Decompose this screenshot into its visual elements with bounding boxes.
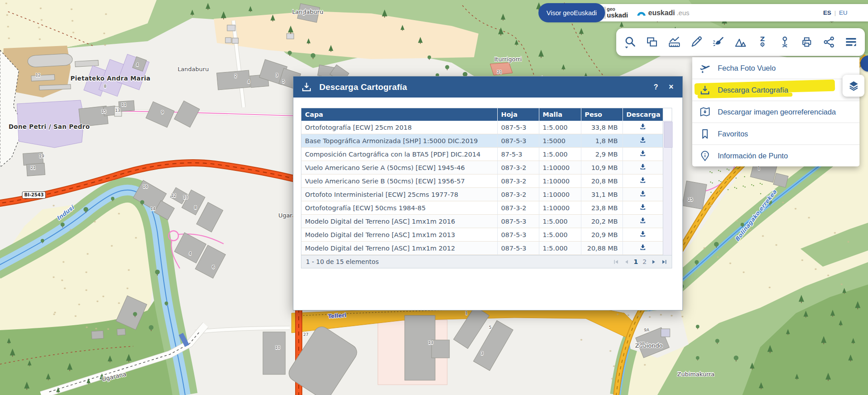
table-row[interactable]: Modelo Digital del Terreno [ASC] 1mx1m 2… — [301, 215, 663, 228]
cell-malla: 1:5.000 — [539, 215, 581, 228]
cell-malla: 1:10000 — [539, 188, 581, 201]
download-solid-icon — [639, 150, 647, 157]
cell-capa: Base Topográfica Armonizada [SHP] 1:5000… — [301, 134, 497, 148]
page-number-2[interactable]: 2 — [643, 258, 647, 265]
table-row[interactable]: Vuelo Americano Serie A (50cms) [ECW] 19… — [301, 161, 663, 174]
download-solid-icon — [639, 217, 647, 225]
layers-table: Capa Hoja Malla Peso Descarga Ortofotogr… — [301, 108, 663, 255]
download-row-button[interactable] — [639, 190, 647, 198]
table-row[interactable]: Ortofotografía [ECW] 25cm 2018 087-5-3 1… — [301, 121, 663, 134]
first-page-button[interactable] — [613, 259, 619, 265]
menu-item-informaci-n-de-punto[interactable]: Información de Punto — [692, 145, 860, 166]
select-area-tool-button[interactable] — [643, 32, 661, 52]
cell-capa: Vuelo Americano Serie B (50cms) [ECW] 19… — [301, 174, 497, 188]
search-tool-button[interactable] — [621, 32, 639, 52]
cell-peso: 1,8 MB — [581, 134, 622, 148]
column-hoja[interactable]: Hoja — [497, 108, 539, 121]
download-row-button[interactable] — [639, 244, 647, 251]
menu-item-fecha-foto-vuelo[interactable]: Fecha Foto Vuelo — [692, 57, 860, 79]
print-tool-button[interactable] — [797, 32, 816, 52]
table-scrollbar[interactable] — [663, 108, 672, 255]
map-done-petri-grounds — [17, 100, 84, 148]
zoom-scale-tool-button[interactable] — [753, 32, 772, 52]
favorites-icon — [699, 128, 711, 140]
layers-button[interactable] — [843, 75, 864, 97]
measure-tool-button[interactable] — [665, 32, 684, 52]
table-row[interactable]: Ortofotografía [ECW] 50cms 1984-85 087-3… — [301, 201, 663, 215]
table-row[interactable]: Modelo Digital del Terreno [ASC] 1mx1m 2… — [301, 242, 663, 255]
download-solid-icon — [639, 190, 647, 198]
print-icon — [800, 35, 813, 49]
dialog-title: Descarga Cartografía — [319, 82, 407, 92]
dialog-close-button[interactable]: × — [667, 82, 675, 92]
cell-malla: 1:5.000 — [539, 121, 581, 134]
table-row[interactable]: Composición Cartográfica con la BTA5 [PD… — [301, 148, 663, 161]
table-row[interactable]: Ortofoto Interministerial [ECW] 25cms 19… — [301, 188, 663, 201]
menu-item-descargar-imagen-georreferenciada[interactable]: Descargar imagen georreferenciada — [692, 101, 860, 123]
geoeuskadi-viewer: { "header": { "visor_label": "Visor geoE… — [0, 0, 868, 395]
dialog-help-button[interactable]: ? — [652, 83, 660, 91]
euskadi-eus-logo[interactable]: euskadi.eus — [636, 9, 690, 17]
cell-capa: Ortofotografía [ECW] 25cm 2018 — [301, 121, 497, 134]
download-row-button[interactable] — [639, 150, 647, 157]
terrain-profile-icon — [734, 35, 747, 49]
measure-icon — [668, 35, 681, 49]
download-row-button[interactable] — [639, 230, 647, 238]
cell-malla: 1:5.000 — [539, 148, 581, 161]
zoom-scale-icon — [756, 35, 769, 49]
download-row-button[interactable] — [639, 204, 647, 211]
cell-peso: 20,88 MB — [581, 242, 622, 255]
download-solid-icon — [639, 204, 647, 211]
street-view-tool-button[interactable] — [775, 32, 794, 52]
menu-item-favoritos[interactable]: Favoritos — [692, 123, 860, 145]
cell-peso: 2,9 MB — [581, 148, 622, 161]
terrain-profile-tool-button[interactable] — [731, 32, 750, 52]
column-peso[interactable]: Peso — [581, 108, 622, 121]
scrollbar-thumb[interactable] — [664, 122, 673, 148]
prev-page-button[interactable] — [623, 259, 629, 265]
column-malla[interactable]: Malla — [539, 108, 581, 121]
table-row[interactable]: Modelo Digital del Terreno [ASC] 1mx1m 2… — [301, 228, 663, 242]
download-row-button[interactable] — [639, 217, 647, 225]
download-solid-icon — [639, 177, 647, 184]
menu-item-label: Descargar imagen georreferenciada — [718, 108, 836, 116]
cell-hoja: 087-3-2 — [497, 188, 539, 201]
menu-item-descarga-cartograf-a[interactable]: Descarga Cartografía — [692, 79, 860, 101]
page-number-1[interactable]: 1 — [634, 258, 638, 265]
cell-malla: 1:5000 — [539, 134, 581, 148]
download-row-button[interactable] — [639, 136, 647, 144]
last-page-button[interactable] — [661, 259, 667, 265]
cell-peso: 20,9 MB — [581, 228, 622, 242]
visor-geoeuskadi-button[interactable]: Visor geoEuskadi — [538, 3, 605, 22]
cell-capa: Modelo Digital del Terreno [ASC] 1mx1m 2… — [301, 228, 497, 242]
column-descarga[interactable]: Descarga — [622, 108, 663, 121]
table-row[interactable]: Vuelo Americano Serie B (50cms) [ECW] 19… — [301, 174, 663, 188]
lang-eu[interactable]: EU — [839, 9, 847, 16]
share-tool-button[interactable] — [820, 32, 838, 52]
draw-tool-button[interactable] — [687, 32, 706, 52]
cell-peso: 33,8 MB — [581, 121, 622, 134]
draw-icon — [690, 35, 703, 49]
euskadi-brand: euskadi — [648, 9, 675, 17]
select-area-icon — [645, 35, 659, 49]
download-solid-icon — [639, 244, 647, 251]
table-row[interactable]: Base Topográfica Armonizada [SHP] 1:5000… — [301, 134, 663, 148]
download-row-button[interactable] — [639, 123, 647, 131]
download-row-button[interactable] — [639, 163, 647, 171]
street-view-icon — [778, 35, 792, 49]
menu-tool-button[interactable] — [842, 32, 860, 52]
clear-map-tool-button[interactable] — [709, 32, 728, 52]
cell-hoja: 087-5-3 — [497, 134, 539, 148]
tools-menu: Fecha Foto VueloDescarga CartografíaDesc… — [692, 57, 860, 166]
map-iturrigorri-building — [490, 63, 512, 75]
pagination-summary: 1 - 10 de 15 elementos — [306, 258, 379, 265]
cell-peso: 20,8 MB — [581, 174, 622, 188]
download-row-button[interactable] — [639, 177, 647, 184]
download-solid-icon — [639, 123, 647, 131]
cell-capa: Ortofotografía [ECW] 50cms 1984-85 — [301, 201, 497, 215]
next-page-button[interactable] — [651, 259, 657, 265]
download-icon — [301, 81, 313, 93]
lang-es[interactable]: ES — [823, 9, 831, 16]
cell-malla: 1:10000 — [539, 174, 581, 188]
column-capa[interactable]: Capa — [301, 108, 497, 121]
